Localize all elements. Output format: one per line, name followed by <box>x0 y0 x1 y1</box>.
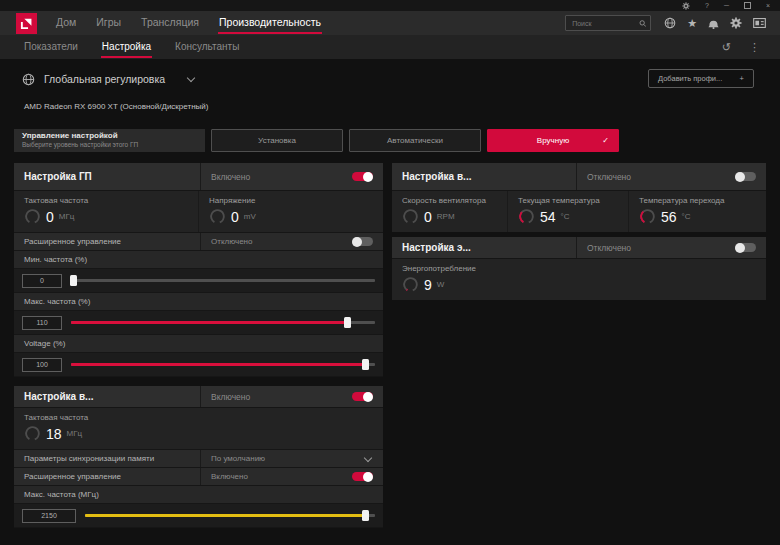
vram-panel-state: Включено <box>211 392 250 402</box>
vram-advanced-toggle[interactable] <box>352 472 373 481</box>
vram-advanced-label: Расширенное управление <box>14 468 201 485</box>
tuning-scope-selector[interactable]: Глобальная регулировка <box>22 69 194 89</box>
metric-value: 18 <box>46 426 62 442</box>
gpu-tuning-panel: Настройка ГП Включено Тактовая частота 0… <box>14 163 383 377</box>
app-header: Дом Игры Трансляция Производительность ★ <box>0 11 780 35</box>
metric-value: 0 <box>46 209 54 225</box>
power-panel-title: Настройка э... <box>392 237 577 258</box>
search-box[interactable] <box>565 15 651 31</box>
gpu-advanced-label: Расширенное управление <box>14 233 201 250</box>
metric-unit: W <box>437 280 445 289</box>
tuning-control-row: Управление настройкой Выберите уровень н… <box>14 129 619 152</box>
voltage-slider-row: 100 <box>14 353 383 377</box>
search-input[interactable] <box>570 19 638 28</box>
nav-streaming[interactable]: Трансляция <box>131 11 209 35</box>
tab-tuning[interactable]: Настройка <box>90 35 163 59</box>
metric-unit: °C <box>682 212 691 221</box>
memory-timing-value: По умолчанию <box>211 454 265 463</box>
metric-unit: RPM <box>437 212 455 221</box>
nav-home[interactable]: Дом <box>46 11 86 35</box>
scope-label: Глобальная регулировка <box>44 73 165 85</box>
gpu-clock-metric: Тактовая частота 0 МГц <box>14 191 199 232</box>
metric-unit: mV <box>244 212 256 221</box>
globe-icon <box>22 73 35 86</box>
mode-preset-button[interactable]: Установка <box>211 129 343 152</box>
fan-panel-state: Отключено <box>587 172 631 182</box>
vram-tuning-panel: Настройка в... Включено Тактовая частота… <box>14 386 383 528</box>
min-freq-slider-row: 0 <box>14 269 383 293</box>
power-tuning-toggle[interactable] <box>735 243 756 252</box>
vram-max-freq-value[interactable]: 2150 <box>22 509 76 523</box>
vram-tuning-toggle[interactable] <box>352 392 373 401</box>
main-nav: Дом Игры Трансляция Производительность <box>46 11 331 35</box>
search-icon <box>639 19 647 28</box>
add-profile-label: Добавить профи... <box>658 74 722 83</box>
metric-label: Энергопотребление <box>402 264 756 273</box>
metric-label: Тактовая частота <box>24 196 188 205</box>
tab-advisors[interactable]: Консультанты <box>163 35 251 59</box>
window-help-icon[interactable]: ? <box>705 1 709 10</box>
max-freq-value[interactable]: 110 <box>22 316 62 330</box>
slider-handle[interactable] <box>70 275 77 286</box>
window-titlebar: ? ─ × <box>0 0 780 11</box>
slider-handle[interactable] <box>362 510 369 521</box>
window-settings-icon[interactable] <box>682 1 690 10</box>
overlay-icon[interactable] <box>753 18 766 28</box>
fan-tuning-panel: Настройка в... Отключено Скорость вентил… <box>392 163 766 232</box>
globe-icon[interactable] <box>664 17 676 29</box>
gpu-tuning-toggle[interactable] <box>352 172 373 181</box>
gauge-icon <box>24 208 41 225</box>
vram-max-freq-slider[interactable] <box>85 514 375 517</box>
add-profile-button[interactable]: Добавить профи... + <box>648 69 754 88</box>
metric-value: 56 <box>661 209 677 225</box>
amd-logo[interactable] <box>16 13 37 34</box>
mode-auto-button[interactable]: Автоматически <box>349 129 481 152</box>
gear-icon[interactable] <box>730 17 742 29</box>
voltage-label: Voltage (%) <box>14 335 383 353</box>
gpu-panel-title: Настройка ГП <box>14 163 201 190</box>
chevron-down-icon <box>187 74 195 82</box>
gauge-icon <box>639 208 656 225</box>
kebab-menu-icon[interactable]: ⋮ <box>749 42 760 53</box>
gpu-voltage-metric: Напряжение 0 mV <box>199 191 383 232</box>
star-icon[interactable]: ★ <box>687 18 697 29</box>
plus-icon: + <box>740 74 744 83</box>
close-icon[interactable]: × <box>766 1 770 10</box>
slider-handle[interactable] <box>362 359 369 370</box>
metric-label: Тактовая частота <box>24 413 373 422</box>
gpu-name: AMD Radeon RX 6900 XT (Основной/Дискретн… <box>24 102 208 111</box>
voltage-value[interactable]: 100 <box>22 358 62 372</box>
gpu-advanced-toggle[interactable] <box>352 237 373 246</box>
nav-performance[interactable]: Производительность <box>209 11 331 35</box>
nav-games[interactable]: Игры <box>86 11 131 35</box>
metric-unit: МГц <box>59 212 75 221</box>
tab-metrics[interactable]: Показатели <box>12 35 90 59</box>
metric-value: 54 <box>540 209 556 225</box>
reset-icon[interactable]: ↺ <box>722 42 731 53</box>
check-icon: ✓ <box>602 136 609 145</box>
maximize-icon[interactable] <box>744 1 751 10</box>
bell-icon[interactable] <box>708 17 719 29</box>
vram-panel-title: Настройка в... <box>14 386 201 407</box>
slider-handle[interactable] <box>344 317 351 328</box>
power-tuning-panel: Настройка э... Отключено Энергопотреблен… <box>392 237 766 300</box>
tuning-control-subtitle: Выберите уровень настройки этого ГП <box>22 141 197 148</box>
metric-unit: МГц <box>67 429 83 438</box>
gauge-icon <box>402 208 419 225</box>
mode-manual-label: Вручную <box>537 136 569 145</box>
max-freq-label: Макс. частота (%) <box>14 293 383 311</box>
voltage-slider[interactable] <box>71 363 375 366</box>
memory-timing-select[interactable]: По умолчанию <box>201 450 383 467</box>
min-freq-slider[interactable] <box>71 279 375 282</box>
metric-unit: °C <box>561 212 570 221</box>
gauge-icon <box>209 208 226 225</box>
minimize-icon[interactable]: ─ <box>724 1 729 10</box>
max-freq-slider[interactable] <box>71 321 375 324</box>
max-freq-slider-row: 110 <box>14 311 383 335</box>
min-freq-value[interactable]: 0 <box>22 274 62 288</box>
vram-clock-metric: Тактовая частота 18 МГц <box>14 408 383 449</box>
mode-manual-button[interactable]: Вручную ✓ <box>487 129 619 152</box>
metric-label: Температура перехода <box>639 196 756 205</box>
fan-tuning-toggle[interactable] <box>735 172 756 181</box>
tuning-control-info: Управление настройкой Выберите уровень н… <box>14 129 205 152</box>
